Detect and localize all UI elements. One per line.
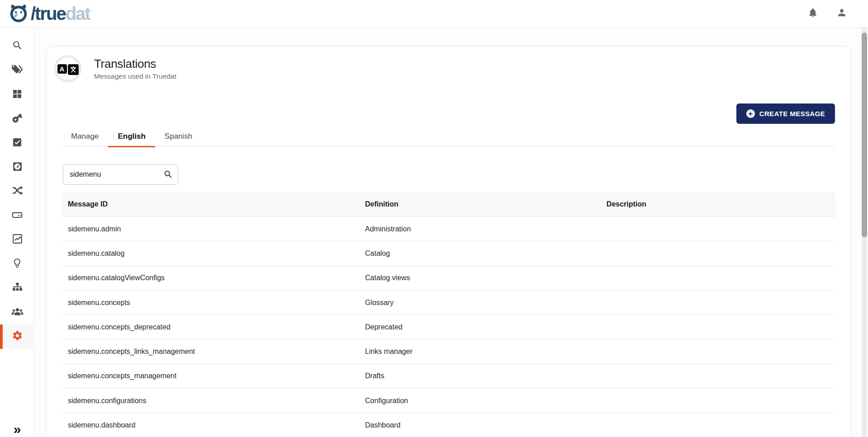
cell-definition: Catalog — [359, 249, 600, 258]
search-icon — [12, 40, 23, 53]
sidebar-item-lineage[interactable] — [0, 179, 34, 204]
sitemap-icon — [12, 282, 23, 295]
cell-definition: Configuration — [359, 397, 600, 405]
sidebar-expand-button[interactable]: » — [0, 423, 34, 436]
users-icon — [11, 305, 24, 320]
sidebar-item-structures[interactable] — [0, 204, 34, 228]
table-row[interactable]: sidemenu.adminAdministration — [62, 216, 835, 241]
column-header-description: Description — [600, 200, 835, 208]
truedat-logo[interactable]: /truedat — [8, 2, 90, 25]
sidebar-item-quality[interactable] — [0, 155, 34, 180]
tab-manage[interactable]: Manage — [62, 128, 108, 146]
checkbox-icon — [12, 137, 23, 150]
gauge-icon — [12, 161, 23, 174]
chevrons-right-icon: » — [14, 422, 21, 437]
notifications-bell-icon[interactable] — [807, 7, 818, 20]
cell-definition: Drafts — [359, 372, 600, 380]
cell-message-id: sidemenu.catalogViewConfigs — [62, 274, 359, 282]
sidebar-item-rules[interactable] — [0, 131, 34, 155]
sidebar-item-settings[interactable] — [0, 324, 34, 349]
cell-message-id: sidemenu.catalog — [62, 249, 359, 258]
cell-message-id: sidemenu.admin — [62, 225, 359, 233]
cell-definition: Administration — [359, 225, 600, 233]
table-row[interactable]: sidemenu.concepts_managementDrafts — [62, 364, 835, 388]
table-row[interactable]: sidemenu.concepts_links_managementLinks … — [62, 339, 835, 363]
cell-definition: Links manager — [359, 348, 600, 356]
cell-message-id: sidemenu.concepts_deprecated — [62, 323, 359, 331]
sidebar-item-permissions[interactable] — [0, 107, 34, 132]
cell-message-id: sidemenu.concepts_links_management — [62, 348, 359, 356]
sidebar-item-insights[interactable] — [0, 252, 34, 277]
messages-table: Message ID Definition Description sideme… — [62, 192, 835, 437]
cell-definition: Glossary — [359, 299, 600, 307]
table-row[interactable]: sidemenu.catalogCatalog — [62, 241, 835, 265]
scrollbar-thumb[interactable] — [862, 33, 867, 237]
user-profile-icon[interactable] — [836, 7, 847, 20]
cell-definition: Dashboard — [359, 421, 600, 429]
sidebar-item-tags[interactable] — [0, 59, 34, 83]
sidebar-item-catalog[interactable] — [0, 83, 34, 107]
plus-circle-icon: + — [746, 109, 755, 118]
table-row[interactable]: sidemenu.configurationsConfiguration — [62, 388, 835, 413]
table-row[interactable]: sidemenu.conceptsGlossary — [62, 290, 835, 315]
sidebar-item-taxonomy[interactable] — [0, 276, 34, 301]
lightbulb-icon — [12, 258, 23, 270]
sidebar-item-search[interactable] — [0, 34, 34, 59]
column-header-definition: Definition — [359, 200, 600, 208]
search-icon[interactable] — [163, 169, 173, 181]
drive-icon — [11, 209, 23, 222]
language-tabs: Manage English Spanish — [62, 128, 835, 146]
logo-wordmark: /truedat — [31, 5, 90, 23]
key-icon — [11, 112, 23, 126]
table-header-row: Message ID Definition Description — [62, 192, 835, 216]
gear-icon — [12, 330, 23, 343]
tab-spanish[interactable]: Spanish — [155, 128, 202, 146]
page-header: A Translations Messages used in Truedat — [54, 55, 176, 82]
table-row[interactable]: sidemenu.catalogViewConfigsCatalog views — [62, 266, 835, 290]
page-subtitle: Messages used in Truedat — [94, 72, 176, 80]
table-row[interactable]: sidemenu.dashboardDashboard — [62, 413, 835, 437]
translations-card: A Translations Messages used in Truedat … — [46, 46, 851, 437]
cell-message-id: sidemenu.dashboard — [62, 421, 359, 429]
sidebar: » — [0, 28, 34, 437]
top-navbar: /truedat — [0, 0, 868, 28]
chart-icon — [12, 233, 23, 246]
search-input[interactable] — [63, 164, 178, 185]
create-message-button[interactable]: + CREATE MESSAGE — [736, 103, 835, 124]
table-row[interactable]: sidemenu.concepts_deprecatedDeprecated — [62, 315, 835, 339]
tag-icon — [11, 64, 23, 77]
table-body: sidemenu.adminAdministrationsidemenu.cat… — [62, 216, 835, 437]
message-search — [63, 164, 178, 185]
column-header-message-id: Message ID — [62, 200, 359, 208]
cell-definition: Deprecated — [359, 323, 600, 331]
shuffle-icon — [11, 185, 23, 198]
sidebar-item-analytics[interactable] — [0, 228, 34, 252]
page-title: Translations — [94, 57, 176, 71]
sidebar-item-users[interactable] — [0, 301, 34, 325]
grid-icon — [12, 89, 23, 101]
page-scrollbar — [862, 28, 867, 437]
cell-definition: Catalog views — [359, 274, 600, 282]
cell-message-id: sidemenu.configurations — [62, 397, 359, 405]
translate-icon: A — [54, 55, 81, 82]
tab-english[interactable]: English — [108, 128, 155, 146]
app-root: /truedat — [0, 0, 868, 437]
cell-message-id: sidemenu.concepts — [62, 299, 359, 307]
owl-logo-icon — [8, 2, 29, 25]
cell-message-id: sidemenu.concepts_management — [62, 372, 359, 380]
